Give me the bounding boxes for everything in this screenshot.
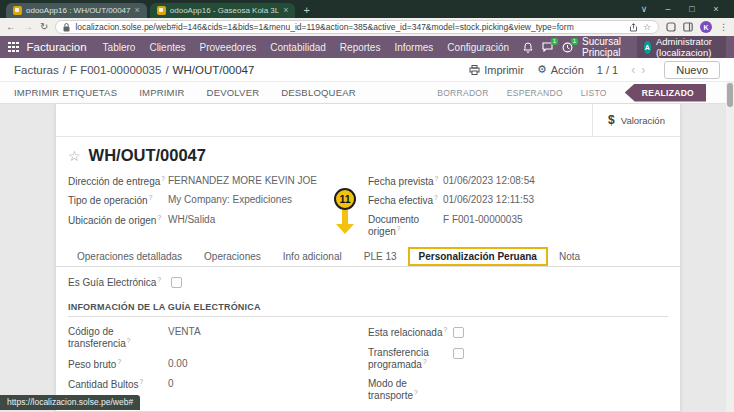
es-guia-electronica-checkbox[interactable] [171,277,182,288]
gear-icon: ⚙ [537,63,547,76]
new-record-button[interactable]: Nuevo [664,61,720,79]
breadcrumb-current: WH/OUT/00047 [173,64,255,76]
tab-close-icon[interactable]: × [135,6,140,15]
user-menu[interactable]: A Administrator (localizacion) [637,36,726,58]
status-borrador[interactable]: BORRADOR [437,88,489,98]
favorite-star-icon[interactable]: ☆ [68,149,81,163]
app-name[interactable]: Facturacion [27,41,87,53]
print-button-2[interactable]: IMPRIMIR [139,87,184,98]
browser-tab-2[interactable]: odooApp16 - Gaseosa Kola 3L × [150,3,296,18]
tab-operaciones[interactable]: Operaciones [193,247,272,266]
messages-badge: 1 [551,38,558,45]
unlock-button[interactable]: DESBLOQUEAR [281,87,356,98]
print-label: Imprimir [484,64,524,76]
tab-operaciones-detalladas[interactable]: Operaciones detalladas [66,247,193,266]
menu-informes[interactable]: Informes [394,42,433,53]
print-button[interactable]: Imprimir [469,64,524,76]
action-label: Acción [551,64,584,76]
field-label: Dirección de entrega [68,175,168,187]
browser-tab-active[interactable]: odooApp16 : WH/OUT/00047 × [6,3,147,18]
breadcrumb: Facturas / F F001-00000035 / WH/OUT/0004… [14,64,254,76]
reload-button[interactable]: ↻ [40,22,48,32]
share-icon[interactable] [629,23,638,32]
browser-menu-icon[interactable]: ⋮ [719,23,728,32]
pager-next-icon[interactable]: › [641,63,651,77]
apps-grid-icon[interactable] [8,42,19,53]
messages-icon[interactable]: 1 [542,42,553,52]
action-menu-button[interactable]: ⚙ Acción [537,63,584,76]
user-name: Administrator (localizacion) [656,36,719,58]
browser-tab-title: odooApp16 - Gaseosa Kola 3L [170,6,279,15]
activities-badge: 1 [571,38,578,45]
field-value: 0 [168,378,174,389]
extensions-icon[interactable] [666,22,676,32]
menu-reportes[interactable]: Reportes [340,42,381,53]
side-panel-icon[interactable] [683,22,693,32]
breadcrumb-facturas[interactable]: Facturas [14,64,59,76]
browser-profile-avatar[interactable]: K [700,21,712,33]
menu-contabilidad[interactable]: Contabilidad [270,42,326,53]
window-close-button[interactable]: × [704,0,728,18]
valuation-label: Valoración [621,115,665,126]
field-label: Esta relacionada [368,326,453,338]
annotation-arrow [342,210,348,224]
valuation-button[interactable]: $ Valoración [592,104,680,136]
field-cantidad-bultos: Cantidad Bultos 0 [68,378,368,390]
field-direccion-entrega: Dirección de entrega FERNANDEZ MORE KEVI… [68,175,368,187]
field-value: FERNANDEZ MORE KEVIN JOE [168,175,317,187]
bookmark-star-icon[interactable]: ☆ [643,23,651,32]
activities-clock-icon[interactable]: 1 [562,42,573,53]
field-label: Modo de transporte [368,378,453,401]
status-listo[interactable]: LISTO [581,88,607,98]
field-documento-origen: Documento origen F F001-00000035 [368,214,668,237]
browser-titlebar: odooApp16 : WH/OUT/00047 × odooApp16 - G… [0,0,734,18]
field-modo-transporte: Modo de transporte [368,378,668,401]
menu-proveedores[interactable]: Proveedores [200,42,257,53]
odoo-favicon-icon [13,6,22,15]
field-label: Transferencia programada [368,347,453,370]
esta-relacionada-checkbox[interactable] [453,327,464,338]
notifications-bell-icon[interactable] [523,42,533,53]
odoo-favicon-icon [157,6,166,15]
tab-content-personalizacion: Es Guía Electrónica INFORMACIÓN DE LA GU… [56,267,680,412]
annotation-step-badge: 11 [334,188,356,210]
window-minimize-button[interactable]: – [656,0,680,18]
user-avatar: A [644,41,651,54]
menu-configuracion[interactable]: Configuración [447,42,509,53]
vertical-scrollbar[interactable] [726,82,734,412]
field-label: Documento origen [368,214,443,237]
link-status-tooltip: https://localizacion.solse.pe/web# [0,395,140,410]
address-bar[interactable]: localizacion.solse.pe/web#id=146&cids=1&… [55,20,659,34]
field-ubicacion-origen: Ubicación de origen WH/Salida [68,214,368,226]
tab-info-adicional[interactable]: Info adicional [272,247,353,266]
printer-icon [469,65,480,75]
menu-clientes[interactable]: Clientes [149,42,185,53]
tab-ple-13[interactable]: PLE 13 [353,247,408,266]
tab-close-icon[interactable]: × [283,6,288,15]
field-label: Fecha prevista [368,175,443,187]
tab-search-icon[interactable]: ∨ [632,0,656,18]
tab-personalizacion-peruana[interactable]: Personalización Peruana [408,247,548,266]
field-peso-bruto: Peso bruto 0.00 [68,358,368,370]
control-panel: Facturas / F F001-00000035 / WH/OUT/0004… [0,58,734,82]
new-tab-button[interactable]: + [303,4,309,16]
menu-tablero[interactable]: Tablero [103,42,136,53]
field-value: F F001-00000035 [443,214,523,237]
pager-previous-icon[interactable]: ‹ [631,63,641,77]
status-realizado-active[interactable]: REALIZADO [625,84,706,102]
transferencia-programada-checkbox[interactable] [453,348,464,359]
field-transferencia-programada: Transferencia programada [368,347,668,370]
breadcrumb-invoice[interactable]: F F001-00000035 [70,64,161,76]
status-esperando[interactable]: ESPERANDO [507,88,563,98]
url-text: localizacion.solse.pe/web#id=146&cids=1&… [75,22,624,32]
window-maximize-button[interactable]: □ [680,0,704,18]
scrollbar-thumb[interactable] [727,83,733,107]
tab-nota[interactable]: Nota [548,247,591,266]
back-button[interactable]: ← [6,22,16,32]
company-switcher[interactable]: Sucursal Principal [582,36,628,58]
forward-button[interactable]: → [23,22,33,32]
record-title: WH/OUT/00047 [89,146,206,165]
field-fecha-efectiva: Fecha efectiva 01/06/2023 12:11:53 [368,194,668,206]
return-button[interactable]: DEVOLVER [207,87,260,98]
print-labels-button[interactable]: IMPRIMIR ETIQUETAS [14,87,117,98]
